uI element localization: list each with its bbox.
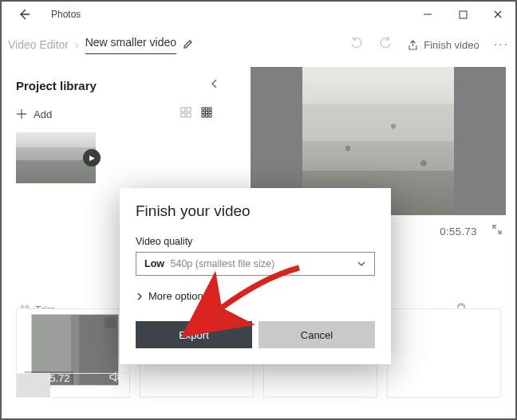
- app-window: Photos Video Editor › New smaller video …: [0, 0, 517, 420]
- undo-button[interactable]: [349, 36, 364, 53]
- cancel-button-label: Cancel: [301, 329, 333, 341]
- more-options-toggle[interactable]: More options: [136, 290, 375, 302]
- quality-select[interactable]: Low 540p (smallest file size): [136, 252, 375, 276]
- breadcrumb: Video Editor › New smaller video: [8, 36, 194, 54]
- cancel-button[interactable]: Cancel: [258, 321, 375, 348]
- breadcrumb-root[interactable]: Video Editor: [8, 38, 69, 51]
- pencil-icon: [183, 38, 194, 49]
- redo-icon: [378, 36, 393, 50]
- svg-rect-0: [460, 11, 467, 18]
- minimize-button[interactable]: [410, 2, 445, 27]
- undo-icon: [349, 36, 364, 50]
- close-button[interactable]: [480, 2, 515, 27]
- chevron-right-icon: ›: [75, 38, 79, 51]
- toolbar: Video Editor › New smaller video Finish …: [2, 27, 515, 62]
- chevron-right-icon: [136, 292, 144, 300]
- finish-video-label: Finish video: [424, 39, 479, 51]
- export-button[interactable]: Export: [136, 321, 252, 348]
- titlebar: Photos: [2, 2, 515, 27]
- dialog-title: Finish your video: [136, 202, 375, 220]
- export-button-label: Export: [179, 329, 209, 341]
- minimize-icon: [423, 10, 432, 19]
- finish-video-dialog: Finish your video Video quality Low 540p…: [120, 188, 391, 364]
- maximize-button[interactable]: [445, 2, 480, 27]
- redo-button[interactable]: [378, 36, 393, 53]
- chevron-down-icon: [357, 259, 366, 269]
- quality-value: Low: [144, 258, 164, 269]
- maximize-icon: [459, 10, 468, 19]
- breadcrumb-current[interactable]: New smaller video: [85, 36, 176, 54]
- more-options-label: More options: [148, 290, 208, 302]
- content: Project library Add ▶: [2, 62, 515, 418]
- arrow-left-icon: [18, 8, 30, 21]
- close-icon: [493, 10, 503, 19]
- more-button[interactable]: ···: [494, 37, 509, 52]
- finish-video-button[interactable]: Finish video: [407, 39, 479, 51]
- rename-button[interactable]: [183, 38, 194, 52]
- app-title: Photos: [51, 9, 81, 20]
- back-button[interactable]: [6, 2, 41, 27]
- export-icon: [407, 39, 419, 51]
- quality-hint: 540p (smallest file size): [170, 258, 274, 269]
- quality-label: Video quality: [136, 236, 375, 247]
